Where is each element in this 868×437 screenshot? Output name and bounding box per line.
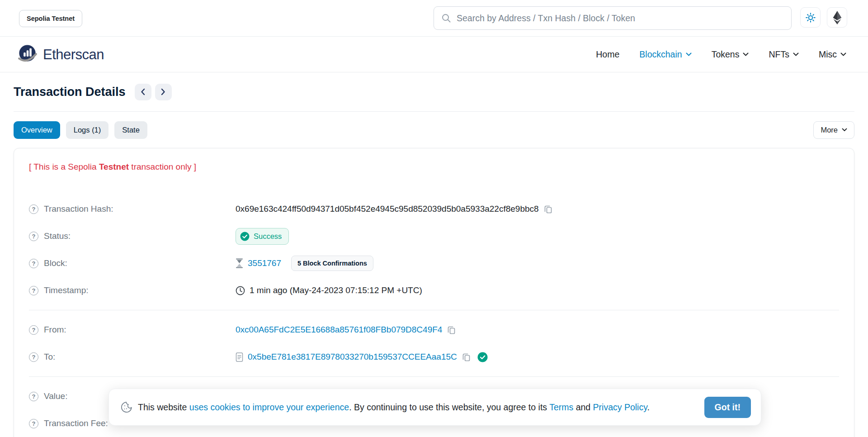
testnet-notice: [ This is a Sepolia Testnet transaction …	[29, 161, 839, 173]
timestamp-value: 1 min ago (May-24-2023 07:15:12 PM +UTC)	[250, 285, 422, 295]
row-from: ? From: 0xc00A65FdC2E5E16688a85761f08FBb…	[29, 316, 839, 343]
search-icon	[441, 13, 451, 23]
help-icon[interactable]: ?	[29, 204, 38, 214]
cookie-text-part: and	[573, 402, 593, 412]
from-address-link[interactable]: 0xc00A65FdC2E5E16688a85761f08FBb079D8C49…	[236, 325, 442, 335]
copy-hash-button[interactable]	[543, 204, 553, 214]
help-icon[interactable]: ?	[29, 392, 38, 401]
chevron-down-icon	[840, 52, 846, 57]
nav-item-tokens[interactable]: Tokens	[712, 49, 749, 60]
divider	[29, 310, 839, 310]
divider	[29, 376, 839, 377]
row-transaction-hash: ? Transaction Hash: 0x69e163c424ff50d943…	[29, 195, 839, 223]
field-label: Transaction Hash:	[44, 204, 113, 214]
contract-icon	[236, 352, 243, 362]
tab-logs[interactable]: Logs (1)	[66, 121, 109, 139]
nav-label: Tokens	[712, 49, 740, 60]
chevron-down-icon	[686, 52, 692, 57]
brand-name: Etherscan	[43, 46, 104, 62]
row-to: ? To: 0x5beE781e3817E8978033270b159537CC…	[29, 343, 839, 370]
top-bar: Sepolia Testnet	[0, 0, 868, 37]
help-icon[interactable]: ?	[29, 286, 38, 295]
field-label: Block:	[44, 258, 67, 268]
block-number-link[interactable]: 3551767	[248, 258, 281, 268]
field-label: Value:	[44, 391, 67, 401]
cookie-text-part: . By continuing to use this website, you…	[349, 402, 549, 412]
status-text: Success	[254, 232, 282, 241]
copy-to-address-button[interactable]	[462, 352, 471, 362]
copy-icon	[543, 204, 553, 214]
previous-transaction-button[interactable]	[135, 84, 151, 100]
nav-label: Blockchain	[639, 49, 682, 60]
more-label: More	[821, 126, 838, 134]
nav-item-home[interactable]: Home	[596, 49, 619, 60]
help-icon[interactable]: ?	[29, 352, 38, 362]
main-header: Etherscan Home Blockchain Tokens NFTs Mi…	[0, 37, 868, 72]
nav-label: Misc	[819, 49, 837, 60]
help-icon[interactable]: ?	[29, 232, 38, 241]
page-title: Transaction Details	[14, 85, 126, 99]
main-nav: Home Blockchain Tokens NFTs Misc	[596, 37, 846, 72]
tab-overview[interactable]: Overview	[14, 121, 60, 139]
chevron-right-icon	[161, 88, 165, 95]
to-address-link[interactable]: 0x5beE781e3817E8978033270b159537CCEEAaa1…	[248, 352, 457, 362]
etherscan-logo-icon	[17, 44, 38, 65]
nav-item-blockchain[interactable]: Blockchain	[639, 49, 691, 60]
copy-from-address-button[interactable]	[447, 325, 456, 335]
cookies-policy-link[interactable]: uses cookies to improve your experience	[189, 402, 349, 412]
row-status: ? Status: Success	[29, 223, 839, 250]
notice-text: [ This is a Sepolia	[29, 162, 99, 171]
search-box[interactable]	[434, 6, 792, 30]
nav-label: Home	[596, 49, 619, 60]
chevron-left-icon	[141, 88, 145, 95]
verified-check-icon	[477, 352, 488, 362]
copy-icon	[462, 352, 471, 362]
cookie-icon	[121, 401, 132, 413]
nav-item-nfts[interactable]: NFTs	[769, 49, 799, 60]
field-label: Timestamp:	[44, 285, 89, 295]
hourglass-icon	[236, 258, 243, 268]
nav-item-misc[interactable]: Misc	[819, 49, 846, 60]
tab-state[interactable]: State	[114, 121, 147, 139]
help-icon[interactable]: ?	[29, 419, 38, 428]
ethereum-icon	[833, 11, 842, 24]
field-label: Status:	[44, 231, 71, 241]
got-it-button[interactable]: Got it!	[704, 397, 751, 418]
cookie-text-part: .	[647, 402, 650, 412]
copy-icon	[447, 325, 456, 335]
cookie-consent-banner: This website uses cookies to improve you…	[108, 389, 761, 426]
sun-icon	[805, 12, 816, 23]
cookie-message: This website uses cookies to improve you…	[138, 402, 650, 413]
clock-icon	[236, 286, 245, 295]
chevron-down-icon	[842, 128, 847, 132]
help-icon[interactable]: ?	[29, 325, 38, 335]
terms-link[interactable]: Terms	[549, 402, 573, 412]
theme-toggle-button[interactable]	[800, 7, 821, 28]
transaction-hash-value: 0x69e163c424ff50d94371d05bf452e4945c95d8…	[236, 204, 539, 214]
chevron-down-icon	[793, 52, 799, 57]
more-dropdown-button[interactable]: More	[813, 121, 854, 139]
page-heading-row: Transaction Details	[14, 72, 854, 112]
block-confirmations-badge: 5 Block Confirmations	[291, 256, 373, 271]
network-selector-button[interactable]: Sepolia Testnet	[19, 10, 82, 27]
row-timestamp: ? Timestamp: 1 min ago (May-24-2023 07:1…	[29, 277, 839, 304]
tabs-row: Overview Logs (1) State More	[14, 112, 854, 148]
privacy-policy-link[interactable]: Privacy Policy	[593, 402, 647, 412]
search-input[interactable]	[457, 13, 784, 24]
chevron-down-icon	[743, 52, 749, 57]
notice-text: transaction only ]	[129, 162, 196, 171]
field-label: From:	[44, 325, 66, 335]
help-icon[interactable]: ?	[29, 259, 38, 268]
check-circle-icon	[240, 232, 250, 241]
network-switch-button[interactable]	[827, 7, 847, 28]
status-badge: Success	[236, 228, 289, 245]
next-transaction-button[interactable]	[155, 84, 172, 100]
brand-logo[interactable]: Etherscan	[17, 44, 104, 65]
row-block: ? Block: 3551767 5 Block Confirmations	[29, 250, 839, 277]
field-label: To:	[44, 352, 55, 362]
field-label: Transaction Fee:	[44, 418, 108, 428]
nav-label: NFTs	[769, 49, 789, 60]
notice-bold: Testnet	[99, 162, 129, 171]
cookie-text-part: This website	[138, 402, 189, 412]
